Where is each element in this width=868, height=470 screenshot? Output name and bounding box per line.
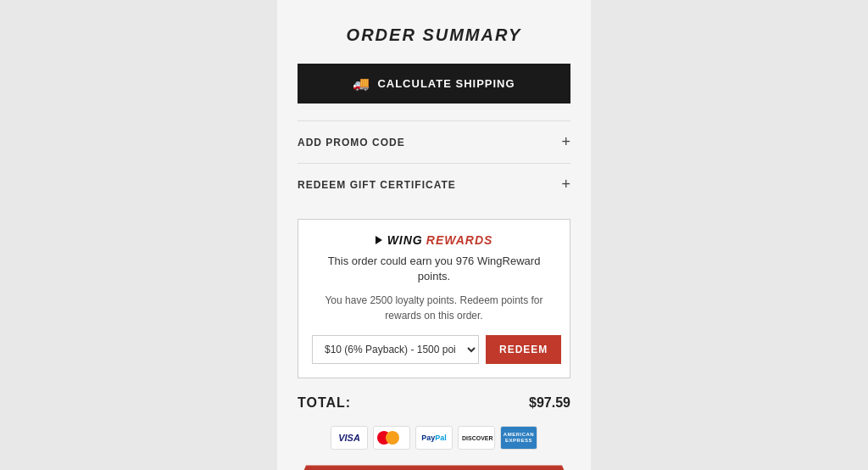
discover-icon: DISCOVER bbox=[458, 426, 495, 450]
wing-earn-text: This order could earn you 976 WingReward… bbox=[312, 254, 556, 284]
redeem-row: $10 (6% Payback) - 1500 poi $20 (6% Payb… bbox=[312, 335, 556, 364]
loyalty-points-text: You have 2500 loyalty points. Redeem poi… bbox=[312, 293, 556, 323]
calculate-shipping-button[interactable]: 🚚 CALCULATE SHIPPING bbox=[298, 64, 570, 104]
checkout-button[interactable]: CHECKOUT NOW bbox=[298, 465, 570, 470]
rewards-brand-text: REWARDS bbox=[426, 233, 493, 247]
redeem-button[interactable]: REDEEM bbox=[486, 335, 561, 364]
mastercard-icon bbox=[373, 426, 410, 450]
amex-icon: AMERICAN EXPRESS bbox=[500, 426, 537, 450]
visa-icon: VISA bbox=[331, 426, 368, 450]
wing-brand-text: WING bbox=[387, 233, 423, 247]
mc-right-circle bbox=[386, 431, 399, 445]
wing-arrow-icon bbox=[376, 236, 382, 244]
total-value: $97.59 bbox=[529, 395, 570, 411]
promo-code-expand-icon: + bbox=[561, 133, 570, 151]
calculate-shipping-label: CALCULATE SHIPPING bbox=[377, 77, 515, 90]
promo-code-row[interactable]: ADD PROMO CODE + bbox=[298, 120, 570, 163]
page-title: ORDER SUMMARY bbox=[298, 25, 570, 45]
promo-code-label: ADD PROMO CODE bbox=[298, 137, 405, 148]
wing-rewards-box: WING REWARDS This order could earn you 9… bbox=[298, 219, 570, 378]
total-label: TOTAL: bbox=[298, 395, 351, 411]
order-summary-card: ORDER SUMMARY 🚚 CALCULATE SHIPPING ADD P… bbox=[277, 0, 591, 470]
payment-icons: VISA PayPal DISCOVER AMERICAN EXPRESS bbox=[298, 426, 570, 450]
paypal-icon: PayPal bbox=[415, 426, 453, 450]
redeem-select[interactable]: $10 (6% Payback) - 1500 poi $20 (6% Payb… bbox=[312, 335, 479, 364]
gift-certificate-label: REDEEM GIFT CERTIFICATE bbox=[298, 179, 456, 191]
total-row: TOTAL: $97.59 bbox=[298, 395, 570, 411]
truck-icon: 🚚 bbox=[353, 76, 370, 92]
gift-certificate-expand-icon: + bbox=[561, 176, 570, 193]
wing-rewards-logo: WING REWARDS bbox=[312, 233, 556, 247]
gift-certificate-row[interactable]: REDEEM GIFT CERTIFICATE + bbox=[298, 163, 570, 205]
